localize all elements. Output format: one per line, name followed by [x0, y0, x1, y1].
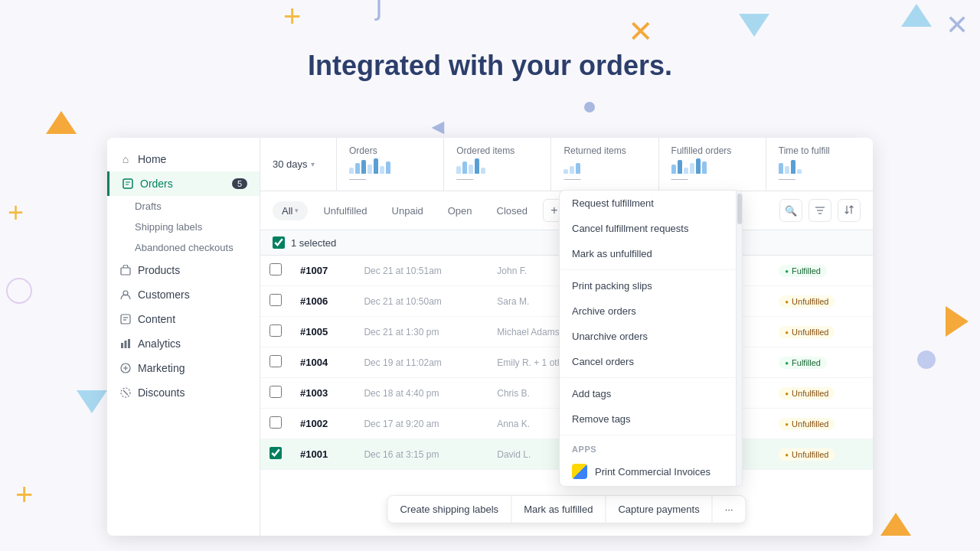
filter-tab-all[interactable]: All ▾ — [273, 201, 308, 220]
sidebar-item-discounts[interactable]: Discounts — [107, 380, 260, 405]
stats-bar: 30 days ▾ Orders —— Ordered items — [260, 138, 873, 191]
scrollbar-thumb — [737, 194, 742, 224]
dropdown-print-commercial-invoices[interactable]: Print Commercial Invoices — [560, 457, 742, 486]
stat-fulfilled-orders: Fulfilled orders —— — [659, 138, 766, 191]
row-checkbox-1002[interactable] — [270, 416, 282, 429]
create-shipping-labels-button[interactable]: Create shipping labels — [387, 496, 511, 523]
dropdown-cancel-fulfillment-requests[interactable]: Cancel fulfillment requests — [560, 216, 742, 241]
svg-rect-25 — [125, 341, 127, 348]
sidebar: ⌂ Home Orders 5 Drafts Shipping labels A… — [107, 138, 260, 536]
order-customer: Anna K. — [497, 419, 530, 429]
sidebar-item-orders[interactable]: Orders 5 — [107, 171, 260, 196]
filter-tab-open[interactable]: Open — [439, 201, 482, 220]
filter-options-button[interactable] — [808, 199, 831, 222]
row-checkbox-1003[interactable] — [270, 386, 282, 398]
dropdown-divider-3 — [560, 435, 742, 435]
mark-as-fulfilled-button[interactable]: Mark as fulfilled — [511, 496, 606, 523]
svg-rect-24 — [121, 343, 123, 348]
sidebar-item-home[interactable]: ⌂ Home — [107, 147, 260, 171]
svg-marker-8 — [46, 111, 77, 134]
scrollbar[interactable] — [736, 191, 742, 486]
remove-tags-label: Remove tags — [572, 413, 631, 425]
svg-point-6 — [917, 350, 936, 369]
svg-rect-26 — [128, 339, 130, 348]
stat-fulfilled-orders-label: Fulfilled orders — [671, 145, 753, 156]
dropdown-menu: Request fulfillment Cancel fulfillment r… — [559, 190, 743, 487]
mark-as-unfulfilled-label: Mark as unfulfilled — [572, 248, 652, 259]
stat-returned-items-chart — [564, 156, 645, 174]
request-fulfillment-label: Request fulfillment — [572, 197, 654, 209]
sidebar-item-drafts[interactable]: Drafts — [107, 196, 260, 217]
fulfillment-badge: Fulfilled — [779, 357, 827, 369]
dropdown-unarchive-orders[interactable]: Unarchive orders — [560, 324, 742, 349]
dropdown-print-packing-slips[interactable]: Print packing slips — [560, 273, 742, 298]
stat-ordered-items-value: —— — [456, 174, 538, 183]
date-filter[interactable]: 30 days ▾ — [260, 138, 337, 191]
fulfillment-badge: Unfulfilled — [779, 448, 835, 461]
svg-point-5 — [584, 102, 595, 112]
sidebar-item-marketing-label: Marketing — [138, 362, 185, 374]
sidebar-item-home-label: Home — [138, 153, 166, 165]
stat-time-to-fulfill-label: Time to fulfill — [779, 145, 861, 156]
row-checkbox-1004[interactable] — [270, 355, 282, 367]
unarchive-orders-label: Unarchive orders — [572, 331, 648, 342]
dropdown-archive-orders[interactable]: Archive orders — [560, 298, 742, 324]
fulfillment-badge: Unfulfilled — [779, 418, 835, 430]
sort-button[interactable] — [838, 199, 861, 222]
sidebar-item-content[interactable]: Content — [107, 307, 260, 331]
chevron-down-icon: ▾ — [311, 160, 315, 168]
capture-payments-button[interactable]: Capture payments — [606, 496, 712, 523]
stat-orders-chart — [349, 156, 431, 174]
order-date: Dec 17 at 9:20 am — [364, 419, 439, 429]
select-all-checkbox[interactable] — [273, 236, 285, 249]
stat-fulfilled-orders-value: —— — [671, 174, 753, 183]
stat-time-to-fulfill: Time to fulfill —— — [766, 138, 873, 191]
home-icon: ⌂ — [119, 153, 132, 165]
order-date: Dec 21 at 10:51am — [364, 266, 441, 276]
order-id: #1006 — [300, 295, 328, 307]
dropdown-add-tags[interactable]: Add tags — [560, 381, 742, 406]
order-date: Dec 16 at 3:15 pm — [364, 449, 439, 460]
dropdown-remove-tags[interactable]: Remove tags — [560, 406, 742, 432]
svg-text:+: + — [283, 0, 301, 33]
print-packing-slips-label: Print packing slips — [572, 280, 652, 292]
filter-icon — [815, 204, 825, 217]
dropdown-request-fulfillment[interactable]: Request fulfillment — [560, 191, 742, 216]
sidebar-item-customers[interactable]: Customers — [107, 282, 260, 307]
fulfillment-badge: Unfulfilled — [779, 387, 835, 399]
sidebar-item-products[interactable]: Products — [107, 258, 260, 282]
print-commercial-invoices-label: Print Commercial Invoices — [595, 466, 710, 478]
dropdown-mark-as-unfulfilled[interactable]: Mark as unfulfilled — [560, 241, 742, 266]
row-checkbox-1005[interactable] — [270, 324, 282, 337]
date-filter-label: 30 days — [273, 158, 308, 170]
sidebar-item-discounts-label: Discounts — [138, 386, 185, 399]
sidebar-item-marketing[interactable]: Marketing — [107, 356, 260, 380]
dropdown-cancel-orders[interactable]: Cancel orders — [560, 349, 742, 374]
stat-orders-value: —— — [349, 174, 431, 183]
svg-text:+: + — [8, 197, 24, 228]
row-checkbox-1007[interactable] — [270, 263, 282, 276]
sidebar-item-abandoned-checkouts[interactable]: Abandoned checkouts — [107, 237, 260, 258]
filter-tab-unpaid[interactable]: Unpaid — [383, 201, 433, 220]
row-checkbox-1006[interactable] — [270, 294, 282, 306]
action-bar: Create shipping labels Mark as fulfilled… — [387, 495, 746, 523]
filter-tab-unfulfilled[interactable]: Unfulfilled — [314, 201, 376, 220]
chevron-down-icon-all: ▾ — [295, 207, 299, 214]
order-date: Dec 18 at 4:40 pm — [364, 388, 439, 399]
row-checkbox-1001[interactable] — [270, 447, 282, 459]
dropdown-divider-2 — [560, 377, 742, 378]
fulfillment-badge: Fulfilled — [779, 265, 827, 277]
marketing-icon — [119, 362, 132, 374]
search-icon: 🔍 — [785, 205, 797, 217]
filter-tab-closed[interactable]: Closed — [488, 201, 537, 220]
more-actions-button[interactable]: ··· — [713, 496, 746, 523]
sidebar-item-shipping-labels[interactable]: Shipping labels — [107, 217, 260, 237]
app-icon — [572, 464, 587, 479]
svg-text:◄: ◄ — [427, 115, 449, 139]
search-button[interactable]: 🔍 — [779, 199, 802, 222]
sidebar-item-analytics[interactable]: Analytics — [107, 331, 260, 356]
filter-unpaid-label: Unpaid — [392, 205, 423, 217]
order-date: Dec 21 at 1:30 pm — [364, 327, 439, 337]
stat-ordered-items-label: Ordered items — [456, 145, 538, 156]
stat-returned-items-value: —— — [564, 174, 645, 183]
